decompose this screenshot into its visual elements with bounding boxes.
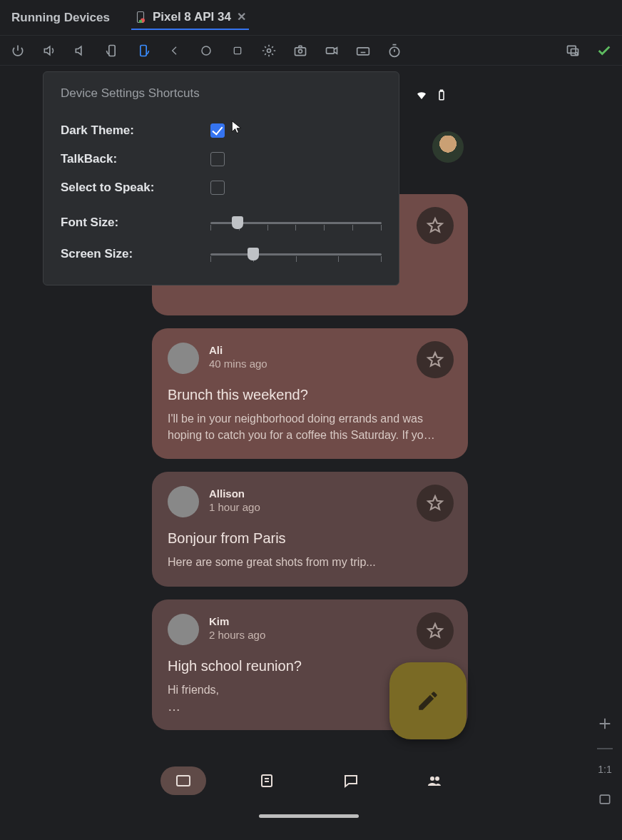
svg-rect-4	[141, 45, 146, 56]
star-button[interactable]	[417, 341, 454, 378]
article-icon	[258, 772, 275, 789]
dark-theme-checkbox[interactable]	[210, 123, 225, 138]
back-icon[interactable]	[167, 43, 183, 59]
gesture-bar[interactable]	[259, 814, 359, 818]
right-gutter: 1:1	[588, 714, 622, 809]
svg-point-22	[435, 776, 439, 781]
home-icon[interactable]	[198, 43, 214, 59]
sender-name: Ali	[209, 344, 267, 356]
nav-inbox[interactable]	[160, 766, 206, 795]
talkback-checkbox[interactable]	[210, 152, 225, 166]
volume-up-icon[interactable]	[41, 43, 57, 59]
status-bar	[415, 88, 448, 101]
svg-point-7	[267, 49, 271, 52]
email-preview: Here are some great shots from my trip..…	[168, 554, 452, 570]
star-button[interactable]	[417, 485, 454, 522]
font-size-label: Font Size:	[61, 216, 210, 230]
screen-size-slider[interactable]	[210, 243, 382, 265]
svg-rect-8	[295, 47, 306, 55]
zoom-ratio-label[interactable]: 1:1	[598, 764, 611, 775]
rotate-left-icon[interactable]	[104, 43, 120, 59]
email-time: 40 mins ago	[209, 358, 267, 370]
email-time: 2 hours ago	[209, 629, 265, 641]
talkback-label: TalkBack:	[61, 152, 210, 166]
select-to-speak-checkbox[interactable]	[210, 181, 225, 195]
email-preview: I'll be in your neighborhood doing erran…	[168, 410, 452, 443]
rotate-right-icon[interactable]	[136, 43, 151, 59]
overview-icon[interactable]	[230, 43, 245, 59]
people-icon	[426, 772, 443, 789]
svg-point-5	[202, 46, 210, 55]
profile-avatar[interactable]	[432, 131, 464, 163]
chat-icon	[342, 772, 360, 789]
svg-rect-16	[600, 795, 609, 804]
svg-rect-17	[439, 91, 444, 100]
apply-checkmark-icon[interactable]	[596, 43, 612, 59]
tab-label: Pixel 8 API 34	[153, 10, 231, 24]
star-icon	[426, 494, 444, 512]
sender-avatar[interactable]	[168, 614, 199, 645]
screen-record-icon[interactable]	[324, 43, 340, 59]
display-settings-icon[interactable]	[565, 43, 581, 59]
dark-theme-label: Dark Theme:	[61, 123, 210, 138]
close-icon[interactable]: ✕	[237, 10, 246, 24]
popup-title: Device Settings Shortcuts	[61, 86, 382, 101]
email-card[interactable]: Allison1 hour agoBonjour from ParisHere …	[152, 472, 468, 586]
svg-rect-19	[177, 776, 190, 786]
svg-rect-6	[234, 47, 240, 54]
wifi-icon	[415, 88, 428, 101]
svg-rect-18	[441, 90, 443, 91]
mouse-cursor-icon	[230, 120, 244, 134]
tab-bar: Running Devices Pixel 8 API 34 ✕	[0, 0, 622, 36]
device-toolbar	[0, 36, 622, 66]
volume-down-icon[interactable]	[73, 43, 88, 59]
email-time: 1 hour ago	[209, 501, 260, 513]
font-size-slider[interactable]	[210, 212, 382, 233]
svg-rect-13	[568, 46, 576, 53]
screen-size-label: Screen Size:	[61, 247, 210, 261]
pencil-icon	[416, 689, 440, 713]
tab-running-devices[interactable]: Running Devices	[9, 6, 113, 29]
email-card[interactable]: Ali40 mins agoBrunch this weekend?I'll b…	[152, 328, 468, 459]
divider	[597, 748, 613, 749]
fit-screen-icon[interactable]	[595, 789, 615, 809]
battery-icon	[435, 88, 448, 101]
email-subject: Bonjour from Paris	[168, 530, 452, 547]
sender-name: Allison	[209, 487, 260, 500]
zoom-in-icon[interactable]	[595, 714, 615, 734]
tab-label: Running Devices	[11, 11, 110, 25]
sender-avatar[interactable]	[168, 486, 199, 517]
star-icon	[426, 216, 444, 235]
device-tab-icon	[134, 11, 147, 24]
extended-controls-icon[interactable]	[261, 43, 277, 59]
screenshot-icon[interactable]	[292, 43, 308, 59]
star-icon	[426, 622, 444, 640]
tab-device[interactable]: Pixel 8 API 34 ✕	[131, 6, 249, 30]
nav-chat[interactable]	[328, 766, 374, 795]
svg-point-9	[299, 49, 302, 53]
select-to-speak-label: Select to Speak:	[61, 181, 210, 195]
svg-point-12	[389, 47, 399, 56]
svg-rect-10	[327, 47, 335, 53]
power-icon[interactable]	[10, 43, 26, 59]
email-subject: Brunch this weekend?	[168, 387, 452, 403]
compose-fab[interactable]	[389, 662, 466, 739]
svg-point-21	[430, 776, 434, 781]
sender-name: Kim	[209, 615, 265, 627]
star-button[interactable]	[417, 612, 454, 649]
bottom-navigation	[141, 759, 476, 802]
inbox-icon	[175, 772, 192, 789]
svg-point-2	[139, 19, 143, 23]
timer-icon[interactable]	[387, 43, 402, 59]
star-icon	[426, 350, 444, 369]
svg-rect-11	[357, 47, 369, 54]
star-button[interactable]	[417, 207, 454, 244]
nav-articles[interactable]	[244, 766, 290, 795]
svg-point-15	[575, 52, 577, 54]
nav-people[interactable]	[412, 766, 457, 795]
keyboard-icon[interactable]	[355, 43, 371, 59]
svg-rect-3	[109, 45, 115, 56]
sender-avatar[interactable]	[168, 343, 199, 374]
device-settings-popup: Device Settings Shortcuts Dark Theme: Ta…	[43, 71, 399, 285]
